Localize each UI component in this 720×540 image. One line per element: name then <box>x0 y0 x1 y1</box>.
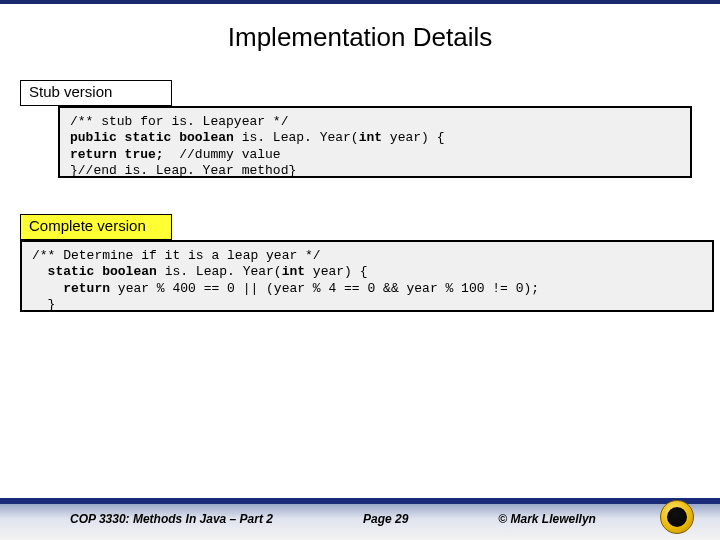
stub-code-block: /** stub for is. Leapyear */ public stat… <box>58 106 692 178</box>
code-text: }//end is. Leap. Year method} <box>70 163 296 178</box>
code-text: is. Leap. Year( <box>234 130 359 145</box>
code-keyword: return true; <box>70 147 164 162</box>
page-title: Implementation Details <box>0 22 720 53</box>
footer-page: Page 29 <box>363 512 408 526</box>
code-keyword: int <box>359 130 382 145</box>
code-keyword: public static boolean <box>70 130 234 145</box>
code-text: /** stub for is. Leapyear */ <box>70 114 288 129</box>
code-text: year % 400 == 0 || (year % 4 == 0 && yea… <box>110 281 539 296</box>
code-text: /** Determine if it is a leap year */ <box>32 248 321 263</box>
slide: Implementation Details Stub version /** … <box>0 0 720 540</box>
code-text: //dummy value <box>164 147 281 162</box>
code-pad <box>32 264 48 279</box>
code-pad <box>32 281 63 296</box>
stub-version-label: Stub version <box>20 80 172 106</box>
code-keyword: static boolean <box>48 264 157 279</box>
code-pad <box>32 297 48 312</box>
complete-code-block: /** Determine if it is a leap year */ st… <box>20 240 714 312</box>
footer: COP 3330: Methods In Java – Part 2 Page … <box>0 498 720 540</box>
code-keyword: int <box>282 264 305 279</box>
code-text: year) { <box>382 130 444 145</box>
footer-content: COP 3330: Methods In Java – Part 2 Page … <box>0 498 720 540</box>
complete-version-label: Complete version <box>20 214 172 240</box>
footer-copyright: © Mark Llewellyn <box>498 512 596 526</box>
footer-course: COP 3330: Methods In Java – Part 2 <box>70 512 273 526</box>
code-text: year) { <box>305 264 367 279</box>
code-text: is. Leap. Year( <box>157 264 282 279</box>
code-keyword: return <box>63 281 110 296</box>
code-text: } <box>48 297 56 312</box>
